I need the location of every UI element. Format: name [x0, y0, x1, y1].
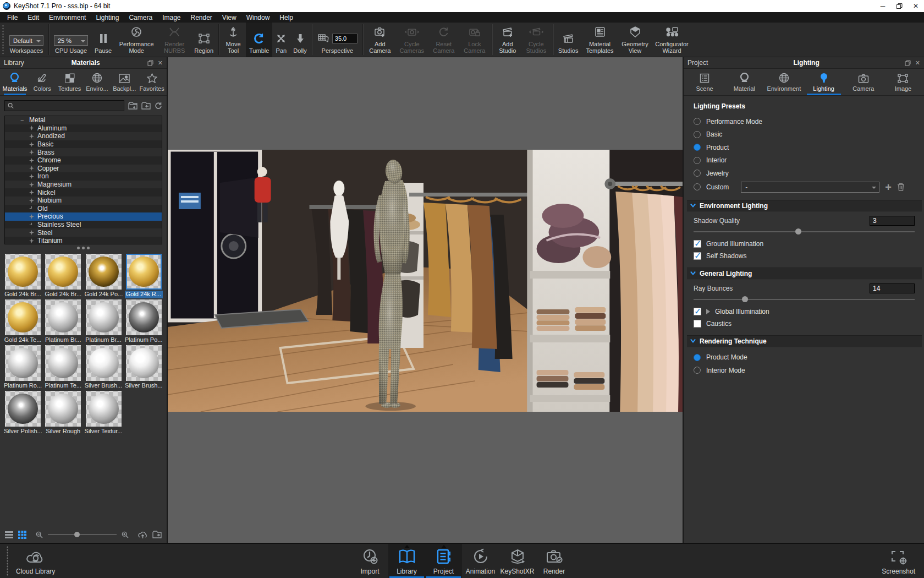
tree-item-chrome[interactable]: Chrome: [5, 156, 162, 165]
animation-button[interactable]: Animation: [462, 544, 499, 578]
tree-item-niobium[interactable]: Niobium: [5, 197, 162, 205]
menu-help[interactable]: Help: [274, 12, 298, 23]
export-folder-icon[interactable]: [152, 531, 162, 538]
tree-item-precious[interactable]: Precious: [5, 212, 162, 221]
radio-selected-icon[interactable]: [694, 144, 701, 151]
radio-icon[interactable]: [694, 131, 701, 138]
custom-preset-dropdown[interactable]: -: [741, 182, 879, 193]
bottombar-drag-handle[interactable]: [6, 546, 9, 576]
workspace-select[interactable]: Default: [9, 35, 43, 46]
close-panel-icon[interactable]: ✕: [158, 59, 163, 67]
menu-image[interactable]: Image: [157, 12, 185, 23]
panel-splitter-handle[interactable]: [0, 244, 167, 251]
toolbar-region[interactable]: Region: [191, 23, 217, 57]
tab-backplates[interactable]: Backpl...: [111, 72, 138, 95]
tree-item-aluminum[interactable]: Aluminum: [5, 124, 162, 133]
thumb-silver-rough[interactable]: Silver Rough: [44, 391, 82, 435]
toolbar-add-camera[interactable]: Add Camera: [365, 23, 395, 57]
close-panel-icon[interactable]: ✕: [915, 59, 920, 67]
upload-cloud-icon[interactable]: [138, 531, 147, 539]
tree-item-old[interactable]: Old: [5, 205, 162, 213]
thumb-platinum-textured[interactable]: Platinum Te...: [44, 345, 82, 390]
checkbox-checked-icon[interactable]: [694, 308, 701, 315]
interior-mode-row[interactable]: Interior Mode: [694, 364, 915, 377]
menu-edit[interactable]: Edit: [23, 12, 44, 23]
tree-item-titanium[interactable]: Titanium: [5, 237, 162, 244]
radio-icon[interactable]: [694, 367, 701, 374]
cloud-library-button[interactable]: Cloud Library: [10, 544, 61, 578]
refresh-icon[interactable]: [155, 102, 162, 110]
rendering-technique-section[interactable]: Rendering Technique: [687, 335, 922, 347]
slider-thumb[interactable]: [795, 228, 801, 235]
product-mode-row[interactable]: Product Mode: [694, 351, 915, 364]
tree-item-magnesium[interactable]: Magnesium: [5, 181, 162, 189]
toolbar-add-studio[interactable]: Add Studio: [494, 23, 521, 57]
radio-icon[interactable]: [694, 157, 701, 164]
tree-item-copper[interactable]: Copper: [5, 165, 162, 173]
menu-environment[interactable]: Environment: [44, 12, 91, 23]
preset-jewelry[interactable]: Jewelry: [694, 167, 915, 180]
checkbox-checked-icon[interactable]: [694, 240, 701, 248]
toolbar-pause[interactable]: Pause: [91, 23, 115, 57]
keyshotxr-button[interactable]: KeyShotXR: [499, 544, 536, 578]
tab-camera[interactable]: Camera: [844, 72, 883, 95]
close-button[interactable]: ✕: [908, 0, 924, 12]
global-illumination-row[interactable]: Global Illumination: [694, 306, 915, 318]
menu-render[interactable]: Render: [186, 12, 217, 23]
ground-illumination-row[interactable]: Ground Illumination: [694, 238, 915, 250]
minimize-button[interactable]: ─: [875, 0, 891, 12]
toolbar-cpu-usage[interactable]: 25 % CPU Usage: [51, 23, 91, 57]
menu-lighting[interactable]: Lighting: [91, 12, 124, 23]
thumb-gold-24k-1[interactable]: Gold 24k Br...: [4, 254, 42, 298]
float-panel-icon[interactable]: [147, 60, 153, 66]
toolbar-pan[interactable]: Pan: [272, 23, 290, 57]
collapse-icon[interactable]: −: [20, 117, 26, 123]
add-folder-icon[interactable]: [128, 102, 138, 110]
checkbox-checked-icon[interactable]: [694, 252, 701, 260]
thumb-silver-polished[interactable]: Silver Polish...: [4, 391, 42, 435]
toolbar-studios[interactable]: Studios: [555, 23, 582, 57]
thumb-gold-24k-polished[interactable]: Gold 24k Po...: [85, 254, 123, 298]
library-button[interactable]: Library: [388, 544, 425, 578]
thumb-platinum-brushed-1[interactable]: Platinum Br...: [44, 299, 82, 344]
thumb-silver-textured[interactable]: Silver Textur...: [85, 391, 123, 435]
preset-interior[interactable]: Interior: [694, 154, 915, 167]
render-button[interactable]: Render: [536, 544, 573, 578]
delete-preset-icon[interactable]: [897, 183, 905, 191]
zoom-in-icon[interactable]: [122, 531, 129, 538]
thumb-platinum-brushed-2[interactable]: Platinum Br...: [85, 299, 123, 344]
list-view-icon[interactable]: [5, 531, 13, 538]
grid-view-icon[interactable]: [18, 531, 26, 539]
toolbar-performance-mode[interactable]: Performance Mode: [115, 23, 158, 57]
preset-custom[interactable]: Custom - +: [694, 180, 915, 194]
ray-bounces-value[interactable]: 14: [870, 283, 915, 293]
import-folder-icon[interactable]: [141, 102, 151, 110]
tree-item-basic[interactable]: Basic: [5, 140, 162, 149]
tree-item-metal[interactable]: −Metal: [5, 116, 162, 124]
menu-file[interactable]: File: [2, 12, 23, 23]
screenshot-button[interactable]: Screenshot: [876, 544, 921, 578]
realtime-viewport[interactable]: [168, 57, 684, 543]
tab-environment[interactable]: Environment: [764, 72, 804, 95]
menu-view[interactable]: View: [217, 12, 241, 23]
toolbar-configurator-wizard[interactable]: Configurator Wizard: [652, 23, 692, 57]
ray-bounces-slider[interactable]: [694, 295, 915, 303]
thumb-silver-brushed-2[interactable]: Silver Brush...: [125, 345, 163, 390]
toolbar-tumble[interactable]: Tumble: [246, 23, 272, 57]
thumb-gold-24k-textured[interactable]: Gold 24k Te...: [4, 299, 42, 344]
toolbar-move-tool[interactable]: Move Tool: [221, 23, 246, 57]
tab-materials[interactable]: Materials: [1, 72, 29, 95]
menu-camera[interactable]: Camera: [124, 12, 157, 23]
tree-item-nickel[interactable]: Nickel: [5, 188, 162, 197]
tree-item-steel[interactable]: Steel: [5, 228, 162, 237]
toolbar-workspaces[interactable]: Default Workspaces: [6, 23, 47, 57]
thumb-platinum-rough[interactable]: Platinum Ro...: [4, 345, 42, 390]
add-preset-icon[interactable]: +: [885, 183, 892, 191]
zoom-out-icon[interactable]: [36, 531, 43, 538]
tree-item-iron[interactable]: Iron: [5, 172, 162, 181]
slider-thumb[interactable]: [74, 532, 80, 537]
tab-scene[interactable]: Scene: [685, 72, 724, 95]
environment-lighting-section[interactable]: Environment Lighting: [687, 200, 922, 212]
preset-performance-mode[interactable]: Performance Mode: [694, 115, 915, 128]
preset-product[interactable]: Product: [694, 141, 915, 154]
